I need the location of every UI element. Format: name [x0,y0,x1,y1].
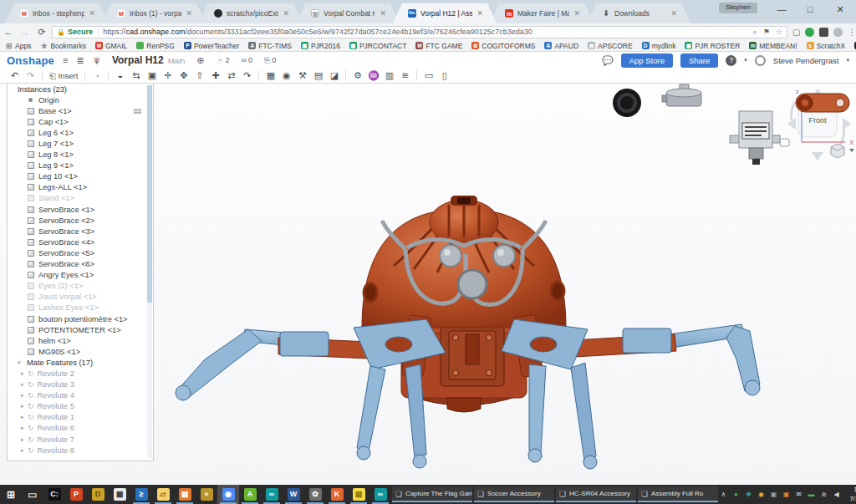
view-cube[interactable]: Front X z [780,89,854,160]
translate-icon[interactable]: ✚ [207,70,223,81]
bookmark-item[interactable]: ★Bookmarks [40,42,86,50]
move-part-icon[interactable]: ✛ [160,70,176,81]
mate-row[interactable]: ▸↻Revolute 2 [8,368,153,379]
instance-row[interactable]: Leg 7 <1> [8,138,153,149]
calculator-icon[interactable]: ▦ [109,485,130,504]
instance-row[interactable]: ServoBrace <2> [8,215,153,226]
drag-icon[interactable]: ↷ [239,70,255,81]
instance-row[interactable]: ServoBrace <6> [8,259,153,270]
bookmark-item[interactable]: Dmydlink [642,42,676,50]
history-icon[interactable]: ◔ [89,71,104,81]
help-icon[interactable]: ? [726,55,736,66]
feature-tools-icon[interactable]: ⚒ [294,70,310,81]
browser-tab[interactable]: MInbox - stephenpenderg✕ [5,3,109,23]
tab-close-icon[interactable]: ✕ [670,9,677,18]
instance-row[interactable]: Cap <1> [8,116,153,127]
green-card-icon[interactable]: ▬ [807,491,816,498]
powershell-icon[interactable]: ≥ [130,485,152,504]
chrome-icon[interactable]: ◉ [217,485,239,504]
redo-icon[interactable]: ↷ [23,70,38,81]
likes-stat[interactable]: ☞2 [217,56,230,65]
rotate-part-icon[interactable]: ✥ [176,70,191,81]
arduino-icon[interactable]: ∞ [261,485,283,504]
instance-row[interactable]: Angry Eyes <1> [8,270,153,281]
start-button[interactable]: ⊞ [0,485,22,504]
expand-icon[interactable]: ▸ [21,425,28,431]
revolute-mate-icon[interactable]: ⇆ [128,70,144,81]
bookmark-item[interactable]: sScratchX [807,42,846,50]
bookmark-item[interactable]: AFTC-TIMS [248,42,292,50]
krita-icon[interactable]: K [326,485,348,504]
cmd-icon[interactable]: C: [43,485,65,504]
browser-tab[interactable]: On.Vorpal H12 | Assembly F✕ [393,3,497,23]
expand-icon[interactable]: ▸ [21,436,28,443]
mate-row[interactable]: ▸↻Revolute 7 [8,434,153,445]
notepad-icon[interactable]: ▤ [174,485,196,504]
bookmark-item[interactable]: PPowerTeacher [184,42,239,50]
menu-icon[interactable]: ⋮ [848,28,856,37]
task-view-button[interactable]: ▭ [22,485,43,504]
snapshot-icon[interactable]: ▣ [144,70,160,81]
tab-close-icon[interactable]: ✕ [283,9,289,18]
bookmark-item[interactable]: ▤APSCORE [588,42,633,50]
word-icon[interactable]: W [283,485,304,504]
hidden-icons-caret[interactable]: ∧ [719,491,728,498]
mirror-icon[interactable]: ⇄ [223,70,239,81]
expand-icon[interactable]: ▸ [21,370,28,377]
knob-part[interactable] [613,89,641,117]
tab-close-icon[interactable]: ✕ [573,9,580,18]
window-assembly-full[interactable]: ❏Assembly Full Ro [638,486,718,502]
cad-tool-icon[interactable]: D [87,485,109,504]
app-store-button[interactable]: App Store [621,53,673,68]
arduino-icon-2[interactable]: ∞ [369,485,391,504]
close-button[interactable]: ✕ [826,0,854,18]
maximize-button[interactable]: □ [796,0,824,18]
instance-row[interactable]: helm <1> [8,335,153,346]
bookmark-item[interactable]: ▦PJR2016 [301,42,340,50]
instance-row[interactable]: ServoBrace <1> [8,204,153,215]
dark-extension-icon[interactable] [819,28,828,37]
bookmark-item[interactable]: ✿COGITOFORMS [471,42,535,50]
mate-icon[interactable]: ◒ [112,70,128,81]
tab-close-icon[interactable]: ✕ [476,9,483,18]
copies-stat[interactable]: ⎘0 [264,56,276,65]
pattern-icon[interactable]: ▦ [262,70,278,81]
potentiometer-part[interactable] [662,84,701,106]
teal-tray-icon[interactable]: ❖ [744,491,753,498]
minimize-button[interactable]: — [767,0,796,18]
powerpoint-icon[interactable]: P [65,485,87,504]
bookmark-item[interactable]: MFTC GAME [415,42,462,50]
exploded-view-icon[interactable]: ♒ [365,70,381,81]
instance-row[interactable]: POTENTIOMETER <1> [8,324,153,335]
lift-part-icon[interactable]: ⇧ [191,70,207,81]
grey-tray-icon[interactable]: ▣ [769,491,778,498]
mate-row[interactable]: ▸↻Revolute 8 [8,445,153,456]
browser-tab[interactable]: ▤Vorpal Combat Hexapod✕ [296,3,400,23]
panel-scrollbar[interactable] [147,85,152,458]
chat-icon[interactable]: 💬 [602,55,614,66]
gold-app-icon[interactable]: ● [196,485,217,504]
mate-row[interactable]: ▸↻Revolute 4 [8,390,153,401]
view-cube-front-label[interactable]: Front [808,116,827,125]
sticky-notes-icon[interactable]: ▤ [348,485,369,504]
mate-row[interactable]: ▸↻Revolute 3 [8,379,153,390]
browser-tab[interactable]: MInbox (1) - vorpalrobotic✕ [102,3,206,23]
bookmark-item[interactable]: MGMAIL [95,42,127,50]
expand-icon[interactable]: ▸ [21,392,28,399]
instance-row[interactable]: Eyes (2) <1> [8,281,153,292]
servo-arm-part[interactable] [796,94,849,112]
tab-close-icon[interactable]: ✕ [380,9,386,18]
viewport-canvas[interactable]: Front X z [155,84,856,485]
section-view-icon[interactable]: ≋ [397,70,413,81]
window-hc-sr04-accessory[interactable]: ❏HC-SR04 Accessory [556,486,636,502]
insert-button[interactable]: ⎗Insert [49,71,78,81]
tab-close-icon[interactable]: ✕ [89,9,95,18]
file-explorer-icon[interactable]: ▱ [152,485,174,504]
bookmark-item[interactable]: ⊞Apps [5,42,31,50]
gimp-icon[interactable]: ✿ [304,485,326,504]
search-icon[interactable]: ⌕ [753,28,757,37]
browser-tab[interactable]: mMaker Faire | Maker Faire✕ [490,3,594,23]
mate-features-header[interactable]: ▾Mate Features (17) [8,357,153,368]
instance-row[interactable]: Base <1> [8,105,153,116]
browser-tab[interactable]: scratchx/picoExtension.j✕ [199,3,303,23]
